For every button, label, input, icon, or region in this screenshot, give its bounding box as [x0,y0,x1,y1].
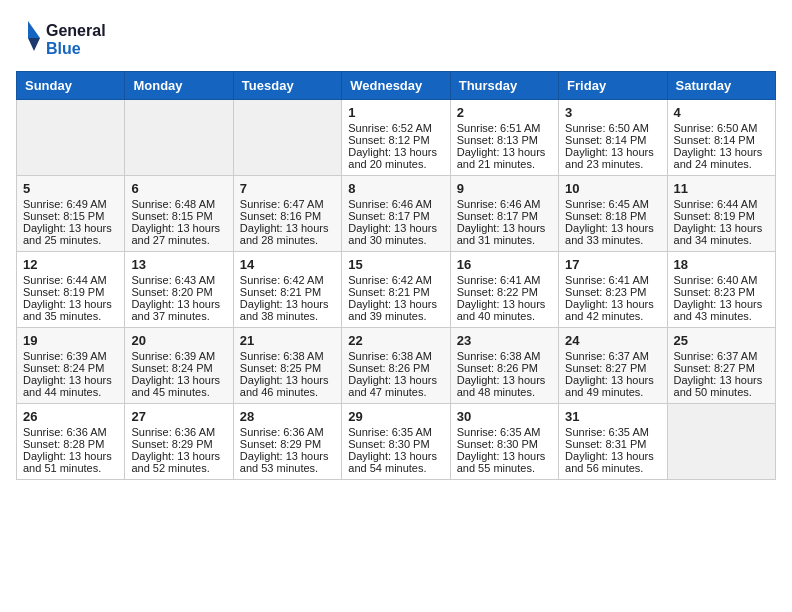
day-info: Sunset: 8:17 PM [348,210,443,222]
day-info: Daylight: 13 hours and 40 minutes. [457,298,552,322]
calendar-cell: 30Sunrise: 6:35 AMSunset: 8:30 PMDayligh… [450,404,558,480]
calendar-cell: 23Sunrise: 6:38 AMSunset: 8:26 PMDayligh… [450,328,558,404]
calendar-cell: 18Sunrise: 6:40 AMSunset: 8:23 PMDayligh… [667,252,775,328]
calendar-cell: 29Sunrise: 6:35 AMSunset: 8:30 PMDayligh… [342,404,450,480]
calendar-cell: 26Sunrise: 6:36 AMSunset: 8:28 PMDayligh… [17,404,125,480]
day-number: 21 [240,333,335,348]
day-info: Daylight: 13 hours and 37 minutes. [131,298,226,322]
day-info: Daylight: 13 hours and 44 minutes. [23,374,118,398]
day-info: Sunrise: 6:38 AM [457,350,552,362]
day-info: Sunset: 8:19 PM [23,286,118,298]
calendar-week-3: 12Sunrise: 6:44 AMSunset: 8:19 PMDayligh… [17,252,776,328]
calendar-cell: 27Sunrise: 6:36 AMSunset: 8:29 PMDayligh… [125,404,233,480]
day-info: Sunset: 8:28 PM [23,438,118,450]
day-info: Sunrise: 6:50 AM [674,122,769,134]
day-number: 12 [23,257,118,272]
day-info: Daylight: 13 hours and 31 minutes. [457,222,552,246]
day-number: 27 [131,409,226,424]
day-number: 9 [457,181,552,196]
day-number: 15 [348,257,443,272]
logo: GeneralBlue [16,16,136,61]
day-info: Sunrise: 6:48 AM [131,198,226,210]
day-info: Sunset: 8:27 PM [674,362,769,374]
weekday-header-thursday: Thursday [450,72,558,100]
day-info: Daylight: 13 hours and 34 minutes. [674,222,769,246]
day-info: Sunset: 8:23 PM [674,286,769,298]
day-info: Sunrise: 6:47 AM [240,198,335,210]
day-number: 31 [565,409,660,424]
day-info: Daylight: 13 hours and 25 minutes. [23,222,118,246]
calendar-cell [233,100,341,176]
day-info: Sunrise: 6:35 AM [348,426,443,438]
calendar-cell: 8Sunrise: 6:46 AMSunset: 8:17 PMDaylight… [342,176,450,252]
day-number: 20 [131,333,226,348]
day-number: 29 [348,409,443,424]
day-number: 1 [348,105,443,120]
day-number: 17 [565,257,660,272]
day-number: 8 [348,181,443,196]
calendar-cell: 24Sunrise: 6:37 AMSunset: 8:27 PMDayligh… [559,328,667,404]
day-number: 25 [674,333,769,348]
day-number: 30 [457,409,552,424]
day-info: Daylight: 13 hours and 52 minutes. [131,450,226,474]
day-info: Sunrise: 6:41 AM [565,274,660,286]
calendar-week-5: 26Sunrise: 6:36 AMSunset: 8:28 PMDayligh… [17,404,776,480]
calendar-cell [17,100,125,176]
day-info: Sunrise: 6:42 AM [240,274,335,286]
calendar-cell: 13Sunrise: 6:43 AMSunset: 8:20 PMDayligh… [125,252,233,328]
day-info: Daylight: 13 hours and 42 minutes. [565,298,660,322]
calendar-cell: 2Sunrise: 6:51 AMSunset: 8:13 PMDaylight… [450,100,558,176]
day-info: Daylight: 13 hours and 50 minutes. [674,374,769,398]
day-info: Daylight: 13 hours and 53 minutes. [240,450,335,474]
day-number: 6 [131,181,226,196]
day-number: 10 [565,181,660,196]
day-info: Daylight: 13 hours and 38 minutes. [240,298,335,322]
day-info: Sunset: 8:31 PM [565,438,660,450]
weekday-header-wednesday: Wednesday [342,72,450,100]
day-number: 3 [565,105,660,120]
day-info: Sunset: 8:19 PM [674,210,769,222]
day-info: Sunset: 8:26 PM [348,362,443,374]
day-info: Sunset: 8:17 PM [457,210,552,222]
day-info: Sunset: 8:29 PM [131,438,226,450]
day-info: Sunset: 8:24 PM [23,362,118,374]
calendar-cell: 19Sunrise: 6:39 AMSunset: 8:24 PMDayligh… [17,328,125,404]
day-info: Sunrise: 6:38 AM [240,350,335,362]
day-info: Sunrise: 6:43 AM [131,274,226,286]
calendar-cell: 16Sunrise: 6:41 AMSunset: 8:22 PMDayligh… [450,252,558,328]
weekday-header-friday: Friday [559,72,667,100]
day-info: Daylight: 13 hours and 51 minutes. [23,450,118,474]
day-number: 11 [674,181,769,196]
day-number: 19 [23,333,118,348]
day-info: Daylight: 13 hours and 33 minutes. [565,222,660,246]
day-number: 13 [131,257,226,272]
weekday-header-sunday: Sunday [17,72,125,100]
weekday-header-saturday: Saturday [667,72,775,100]
day-info: Sunset: 8:27 PM [565,362,660,374]
day-info: Sunrise: 6:36 AM [23,426,118,438]
calendar-cell: 14Sunrise: 6:42 AMSunset: 8:21 PMDayligh… [233,252,341,328]
day-info: Daylight: 13 hours and 23 minutes. [565,146,660,170]
day-number: 18 [674,257,769,272]
day-info: Sunrise: 6:51 AM [457,122,552,134]
calendar-cell: 15Sunrise: 6:42 AMSunset: 8:21 PMDayligh… [342,252,450,328]
day-number: 2 [457,105,552,120]
calendar-cell: 11Sunrise: 6:44 AMSunset: 8:19 PMDayligh… [667,176,775,252]
day-info: Sunset: 8:23 PM [565,286,660,298]
day-info: Sunrise: 6:37 AM [565,350,660,362]
day-number: 28 [240,409,335,424]
day-info: Sunset: 8:24 PM [131,362,226,374]
page-header: GeneralBlue [16,16,776,61]
calendar-week-2: 5Sunrise: 6:49 AMSunset: 8:15 PMDaylight… [17,176,776,252]
calendar-cell: 31Sunrise: 6:35 AMSunset: 8:31 PMDayligh… [559,404,667,480]
calendar-cell: 3Sunrise: 6:50 AMSunset: 8:14 PMDaylight… [559,100,667,176]
calendar-cell: 9Sunrise: 6:46 AMSunset: 8:17 PMDaylight… [450,176,558,252]
day-info: Daylight: 13 hours and 20 minutes. [348,146,443,170]
svg-text:Blue: Blue [46,40,81,57]
day-info: Daylight: 13 hours and 46 minutes. [240,374,335,398]
day-info: Daylight: 13 hours and 27 minutes. [131,222,226,246]
calendar-cell: 12Sunrise: 6:44 AMSunset: 8:19 PMDayligh… [17,252,125,328]
calendar-cell: 21Sunrise: 6:38 AMSunset: 8:25 PMDayligh… [233,328,341,404]
day-info: Sunset: 8:26 PM [457,362,552,374]
day-info: Daylight: 13 hours and 30 minutes. [348,222,443,246]
